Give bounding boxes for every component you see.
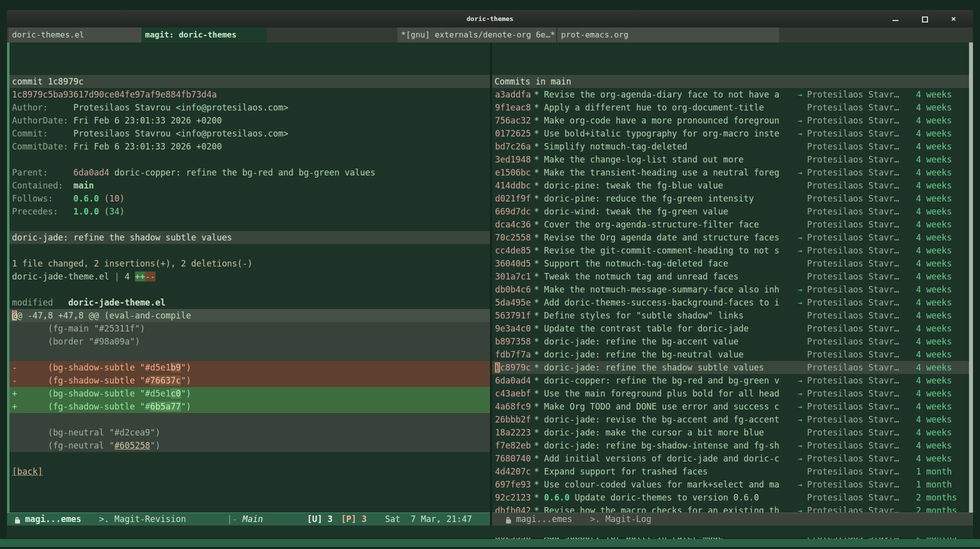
window-divider[interactable] — [490, 42, 492, 526]
commit-message-heading[interactable]: doric-jade: refine the shadow subtle val… — [10, 231, 490, 244]
diffstat-file[interactable]: doric-jade-theme.el | 4 ++-- — [10, 270, 490, 283]
tab-4[interactable]: prot-emacs.org — [558, 28, 779, 42]
minimize-icon[interactable] — [892, 16, 899, 22]
log-row[interactable]: 414ddbc*doric-pine: tweak the fg-blue va… — [492, 179, 969, 192]
log-row[interactable]: 36040d5*Support the notmuch-tag-deleted … — [492, 257, 969, 270]
buffer-line[interactable] — [10, 244, 490, 257]
text-segment: Fri Feb 6 23:01:33 2026 +0200 — [74, 116, 222, 126]
commit-hash: 5da495e — [495, 296, 531, 309]
commit-date-line[interactable]: CommitDate: Fri Feb 6 23:01:33 2026 +020… — [10, 140, 490, 153]
log-row[interactable]: 7680740*Add initial versions of doric-ja… — [492, 452, 969, 465]
log-row[interactable]: dca4c36*Cover the org-agenda-structure-f… — [492, 218, 969, 231]
log-row[interactable]: 70c2558*Revise the Org agenda date and s… — [492, 231, 969, 244]
branch-indicator: |- — [227, 513, 242, 526]
commit-age: 4 weeks — [916, 153, 952, 166]
buffer-line[interactable] — [10, 218, 490, 231]
follows-line[interactable]: Follows: 0.6.0 (10) — [10, 192, 490, 205]
back-button[interactable]: [back] — [12, 466, 42, 476]
text-segment: c0 — [170, 388, 180, 398]
contained-line[interactable]: Contained: main — [10, 179, 490, 192]
log-row[interactable]: 1c8979c*doric-jade: refine the shadow su… — [492, 361, 969, 374]
buffer-line[interactable] — [10, 283, 490, 296]
commit-hash: c43aebf — [495, 387, 531, 400]
commit-author: Protesilaos Stavr… — [807, 88, 899, 101]
log-heading[interactable]: Commits in main — [492, 75, 969, 88]
text-segment: 6da0ad4 — [74, 168, 110, 178]
author-line[interactable]: Author: Protesilaos Stavrou <info@protes… — [10, 101, 490, 114]
removed-line[interactable]: - (bg-shadow-subtle "#d5e1b9") — [10, 361, 490, 374]
graph-node: * — [534, 114, 539, 127]
tab-2[interactable]: magit: doric-themes — [142, 28, 267, 42]
parent-line[interactable]: Parent: 6da0ad4 doric-copper: refine the… — [10, 166, 490, 179]
log-row[interactable]: db0b4c6*Make the notmuch-message-summary… — [492, 283, 969, 296]
log-row[interactable]: f7e82eb*doric-jade: refine bg-shadow-int… — [492, 439, 969, 452]
file-heading[interactable]: modified doric-jade-theme.el — [10, 296, 490, 309]
commit-age: 4 weeks — [916, 283, 952, 296]
context-line[interactable]: (border "#98a09a") — [10, 335, 490, 348]
log-row[interactable]: 756ac32*Make org-code have a more pronou… — [492, 114, 969, 127]
graph-node: * — [534, 244, 539, 257]
tab-3[interactable]: *[gnu] externals/denote-org 6e…* — [398, 28, 556, 42]
commit-hash: fdb7f7a — [495, 348, 531, 361]
log-row[interactable]: d021f9f*doric-pine: reduce the fg-green … — [492, 192, 969, 205]
buffer-line[interactable] — [10, 153, 490, 166]
log-row[interactable]: 3ed1948*Make the change-log-list stand o… — [492, 153, 969, 166]
commit-age: 4 weeks — [916, 335, 952, 348]
log-row[interactable]: c43aebf*Use the main foreground plus bol… — [492, 387, 969, 400]
text-segment: doric-jade-theme.el — [12, 272, 109, 282]
commit-heading[interactable]: commit 1c8979c — [10, 75, 490, 88]
context-line[interactable] — [10, 413, 490, 426]
log-row[interactable]: 18a2223*doric-jade: make the cursor a bi… — [492, 426, 969, 439]
commit-subject: 0.6.0 Update doric-themes to version 0.6… — [544, 491, 759, 504]
log-row[interactable]: 0172625*Use bold+italic typography for o… — [492, 127, 969, 140]
precedes-line[interactable]: Precedes: 1.0.0 (34) — [10, 205, 490, 218]
commit-subject: Apply a different hue to org-document-ti… — [544, 101, 764, 114]
close-icon[interactable]: × — [950, 16, 957, 22]
log-row[interactable]: 9e3a4c0*Update the contrast table for do… — [492, 322, 969, 335]
color-link[interactable]: #605258 — [114, 440, 150, 450]
left-scrollbar[interactable] — [7, 42, 10, 512]
context-line[interactable]: (fg-neutral "#605258") — [10, 439, 490, 452]
back-line[interactable]: [back] — [10, 465, 490, 478]
log-row[interactable]: a3addfa*Revise the org-agenda-diary face… — [492, 88, 969, 101]
author-date-line[interactable]: AuthorDate: Fri Feb 6 23:01:33 2026 +020… — [10, 114, 490, 127]
right-scrollbar[interactable] — [969, 42, 973, 512]
text-segment: 4 — [124, 272, 134, 282]
log-row[interactable]: fdb7f7a*doric-jade: refine the bg-neutra… — [492, 348, 969, 361]
log-row[interactable]: 4a68fc9*Make Org TODO and DONE use error… — [492, 400, 969, 413]
log-row[interactable]: 4d4207c*Expand support for trashed faces… — [492, 465, 969, 478]
log-row[interactable]: 301a7c1*Tweak the notmuch tag and unread… — [492, 270, 969, 283]
log-row[interactable]: b897358*doric-jade: refine the bg-accent… — [492, 335, 969, 348]
added-line[interactable]: + (bg-shadow-subtle "#d5e1c0") — [10, 387, 490, 400]
echo-area[interactable] — [7, 526, 973, 538]
log-row[interactable]: 563791f*Define styles for "subtle shadow… — [492, 309, 969, 322]
removed-line[interactable]: - (fg-shadow-subtle "#76637c") — [10, 374, 490, 387]
log-row[interactable]: 9f1eac8*Apply a different hue to org-doc… — [492, 101, 969, 114]
buffer-line[interactable] — [10, 452, 490, 465]
log-row[interactable]: 26bbb2f*doric-jade: revise the bg-accent… — [492, 413, 969, 426]
log-row[interactable]: 6da0ad4*doric-copper: refine the bg-red … — [492, 374, 969, 387]
log-row[interactable]: 697fe93*Use colour-coded values for mark… — [492, 478, 969, 491]
log-row[interactable]: 669d7dc*doric-wind: tweak the fg-green v… — [492, 205, 969, 218]
commit-hash-line[interactable]: 1c8979c5ba93617d90ce04fe97af9e884fb73d4a — [10, 88, 490, 101]
log-row[interactable]: 5da495e*Add doric-themes-success-backgro… — [492, 296, 969, 309]
log-row[interactable]: 92c2123*0.6.0 Update doric-themes to ver… — [492, 491, 969, 504]
log-row[interactable]: bd7c26a*Simplify notmuch-tag-deletedProt… — [492, 140, 969, 153]
hunk-heading[interactable]: @@ -47,8 +47,8 @@ (eval-and-compile — [10, 309, 490, 322]
commit-author: Protesilaos Stavr… — [807, 101, 899, 114]
graph-node: * — [534, 88, 539, 101]
added-line[interactable]: + (fg-shadow-subtle "#6b5a77") — [10, 400, 490, 413]
maximize-icon[interactable] — [921, 16, 928, 22]
truncation-icon: → — [798, 244, 802, 257]
text-segment: Follows: — [12, 194, 74, 204]
context-line[interactable]: (fg-main "#25311f") — [10, 322, 490, 335]
diffstat-summary[interactable]: 1 file changed, 2 insertions(+), 2 delet… — [10, 257, 490, 270]
graph-node: * — [534, 335, 539, 348]
log-row[interactable]: e1506bc*Make the transient-heading use a… — [492, 166, 969, 179]
committer-line[interactable]: Commit: Protesilaos Stavrou <info@protes… — [10, 127, 490, 140]
context-line[interactable] — [10, 348, 490, 361]
log-row[interactable]: cc4de85*Revise the git-commit-comment-he… — [492, 244, 969, 257]
commit-subject: Expand support for trashed faces — [544, 465, 708, 478]
tab-1[interactable]: doric-themes.el — [8, 28, 142, 42]
context-line[interactable]: (bg-neutral "#d2cea9") — [10, 426, 490, 439]
